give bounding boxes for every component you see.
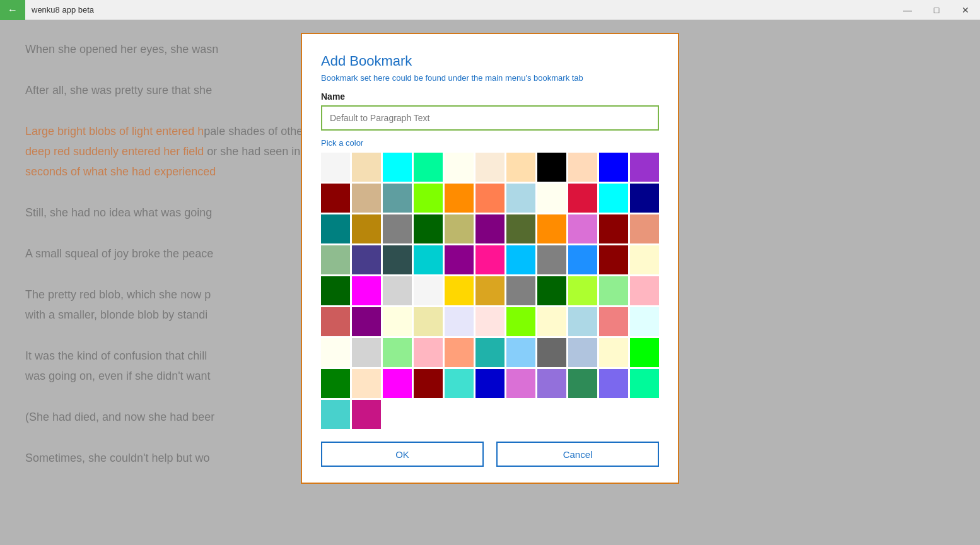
color-swatch[interactable] <box>445 245 474 274</box>
color-swatch[interactable] <box>475 245 505 274</box>
color-swatch[interactable] <box>506 369 535 398</box>
color-swatch[interactable] <box>630 245 659 274</box>
color-swatch[interactable] <box>630 276 659 305</box>
close-button[interactable]: ✕ <box>951 0 980 20</box>
color-swatch[interactable] <box>630 369 659 398</box>
color-swatch[interactable] <box>445 153 474 182</box>
color-swatch[interactable] <box>383 276 412 305</box>
color-swatch[interactable] <box>383 307 412 336</box>
color-swatch[interactable] <box>599 214 628 243</box>
color-swatch[interactable] <box>445 338 474 367</box>
color-swatch[interactable] <box>568 369 597 398</box>
maximize-button[interactable]: □ <box>922 0 951 20</box>
color-swatch[interactable] <box>475 338 505 367</box>
color-swatch[interactable] <box>352 184 381 213</box>
modal-overlay: Add Bookmark Bookmark set here could be … <box>0 20 980 545</box>
color-swatch[interactable] <box>537 184 566 213</box>
color-swatch[interactable] <box>352 245 381 274</box>
color-swatch[interactable] <box>414 369 443 398</box>
color-swatch[interactable] <box>414 153 443 182</box>
color-swatch[interactable] <box>414 276 443 305</box>
color-swatch[interactable] <box>445 276 474 305</box>
ok-button[interactable]: OK <box>321 442 484 467</box>
color-swatch[interactable] <box>475 184 505 213</box>
color-swatch[interactable] <box>568 338 597 367</box>
color-swatch[interactable] <box>321 400 350 429</box>
color-swatch[interactable] <box>537 153 566 182</box>
color-swatch[interactable] <box>445 214 474 243</box>
color-swatch[interactable] <box>630 307 659 336</box>
color-swatch[interactable] <box>352 369 381 398</box>
back-button[interactable]: ← <box>0 0 25 20</box>
color-swatch[interactable] <box>599 369 628 398</box>
color-swatch[interactable] <box>537 276 566 305</box>
color-swatch[interactable] <box>352 338 381 367</box>
color-swatch[interactable] <box>568 184 597 213</box>
color-swatch[interactable] <box>599 338 628 367</box>
color-swatch[interactable] <box>445 184 474 213</box>
color-swatch[interactable] <box>537 245 566 274</box>
color-swatch[interactable] <box>630 153 659 182</box>
color-swatch[interactable] <box>321 184 350 213</box>
color-swatch[interactable] <box>506 307 535 336</box>
color-swatch[interactable] <box>506 276 535 305</box>
color-swatch[interactable] <box>568 276 597 305</box>
color-swatch[interactable] <box>506 338 535 367</box>
color-swatch[interactable] <box>352 214 381 243</box>
color-swatch[interactable] <box>568 245 597 274</box>
color-swatch[interactable] <box>414 214 443 243</box>
bookmark-name-input[interactable] <box>321 105 659 131</box>
color-swatch[interactable] <box>599 245 628 274</box>
color-swatch[interactable] <box>321 307 350 336</box>
color-swatch[interactable] <box>475 369 505 398</box>
color-swatch[interactable] <box>352 400 381 429</box>
color-swatch[interactable] <box>599 184 628 213</box>
color-swatch[interactable] <box>599 153 628 182</box>
color-swatch[interactable] <box>352 153 381 182</box>
color-swatch[interactable] <box>506 214 535 243</box>
color-swatch[interactable] <box>630 338 659 367</box>
color-swatch[interactable] <box>475 276 505 305</box>
dialog-subtitle: Bookmark set here could be found under t… <box>321 73 659 83</box>
color-swatch[interactable] <box>383 245 412 274</box>
color-swatch[interactable] <box>321 338 350 367</box>
color-swatch[interactable] <box>321 369 350 398</box>
dialog-buttons: OK Cancel <box>321 442 659 467</box>
color-swatch[interactable] <box>568 214 597 243</box>
color-swatch[interactable] <box>445 307 474 336</box>
color-swatch[interactable] <box>383 338 412 367</box>
color-swatch[interactable] <box>414 307 443 336</box>
color-swatch[interactable] <box>383 369 412 398</box>
color-swatch[interactable] <box>506 184 535 213</box>
color-swatch[interactable] <box>506 245 535 274</box>
cancel-button[interactable]: Cancel <box>496 442 659 467</box>
color-swatch[interactable] <box>475 153 505 182</box>
color-swatch[interactable] <box>352 276 381 305</box>
color-swatch[interactable] <box>537 369 566 398</box>
color-swatch[interactable] <box>630 184 659 213</box>
color-swatch[interactable] <box>321 214 350 243</box>
color-swatch[interactable] <box>506 153 535 182</box>
color-swatch[interactable] <box>630 214 659 243</box>
color-swatch[interactable] <box>321 153 350 182</box>
color-swatch[interactable] <box>414 184 443 213</box>
color-swatch[interactable] <box>383 153 412 182</box>
color-swatch[interactable] <box>537 307 566 336</box>
color-swatch[interactable] <box>383 184 412 213</box>
color-swatch[interactable] <box>475 307 505 336</box>
color-swatch[interactable] <box>537 338 566 367</box>
color-swatch[interactable] <box>599 307 628 336</box>
color-swatch[interactable] <box>599 276 628 305</box>
color-swatch[interactable] <box>321 276 350 305</box>
color-swatch[interactable] <box>445 369 474 398</box>
color-swatch[interactable] <box>475 214 505 243</box>
color-swatch[interactable] <box>568 153 597 182</box>
color-swatch[interactable] <box>383 214 412 243</box>
color-swatch[interactable] <box>414 245 443 274</box>
minimize-button[interactable]: — <box>893 0 922 20</box>
color-swatch[interactable] <box>568 307 597 336</box>
color-swatch[interactable] <box>352 307 381 336</box>
color-swatch[interactable] <box>321 245 350 274</box>
color-swatch[interactable] <box>414 338 443 367</box>
color-swatch[interactable] <box>537 214 566 243</box>
